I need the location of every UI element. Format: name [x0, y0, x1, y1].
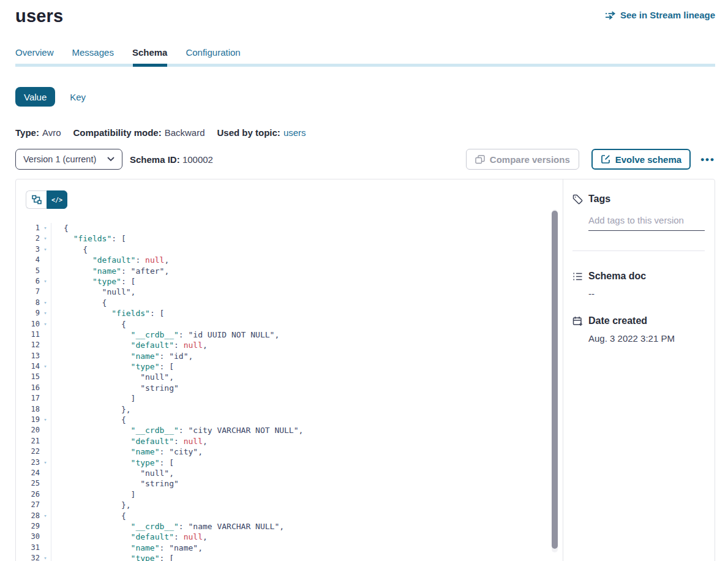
fold-arrow-icon[interactable]: ▾: [40, 511, 51, 521]
schema-id-label: Schema ID:: [130, 154, 180, 165]
fold-arrow-icon[interactable]: ▾: [40, 319, 51, 329]
schema-id: Schema ID: 100002: [130, 154, 213, 165]
list-icon: [572, 271, 583, 282]
code-text: {: [51, 415, 126, 425]
schema-doc-title: Schema doc: [588, 271, 646, 282]
fold-arrow-icon[interactable]: ▾: [40, 233, 51, 244]
code-line: 30"default": null,: [16, 532, 563, 542]
code-text: "default": null,: [51, 340, 208, 350]
tab-configuration[interactable]: Configuration: [186, 47, 240, 64]
line-number: 5: [19, 266, 40, 276]
line-number: 16: [19, 383, 40, 393]
code-lines: 1▾{2▾"fields": [3▾{4"default": null,5"na…: [16, 223, 563, 561]
add-tags-input[interactable]: [588, 215, 705, 231]
schema-panel: </> 1▾{2▾"fields": [3▾{4"default": null,…: [15, 179, 715, 561]
code-text: "type": [: [51, 276, 135, 287]
active-tab-indicator: [133, 64, 167, 67]
line-number: 29: [19, 521, 40, 532]
code-text: {: [51, 298, 107, 308]
code-text: "name": "id",: [51, 351, 193, 361]
code-text: "null",: [51, 468, 174, 478]
schema-sidebar: Tags Schema doc --: [563, 179, 715, 561]
line-number: 6: [19, 276, 40, 287]
line-number: 1: [19, 223, 40, 233]
tab-messages[interactable]: Messages: [72, 47, 114, 64]
code-text: "default": null,: [51, 255, 169, 265]
line-number: 19: [19, 415, 40, 425]
code-line: 14▾"type": [: [16, 361, 563, 372]
code-line: 11"__crdb__": "id UUID NOT NULL",: [16, 329, 563, 340]
code-line: 8▾{: [16, 298, 563, 308]
line-number: 17: [19, 393, 40, 404]
tags-section: Tags: [572, 194, 705, 231]
chevron-down-icon: [107, 157, 114, 162]
compatibility-value: Backward: [165, 127, 205, 138]
schema-page: users See in Stream lineage Overview Mes…: [0, 0, 728, 561]
line-number: 12: [19, 340, 40, 350]
line-number: 32: [19, 553, 40, 561]
date-created-title: Date created: [588, 315, 647, 326]
schema-doc-value: --: [588, 288, 705, 299]
line-number: 8: [19, 298, 40, 308]
line-number: 3: [19, 244, 40, 255]
fold-arrow-icon[interactable]: ▾: [40, 308, 51, 318]
fold-arrow-icon[interactable]: ▾: [40, 298, 51, 308]
stream-lineage-link[interactable]: See in Stream lineage: [605, 10, 715, 20]
editor-toolbar: </>: [16, 179, 563, 209]
fold-arrow-icon[interactable]: ▾: [40, 276, 51, 287]
code-line: 10▾{: [16, 319, 563, 329]
line-number: 28: [19, 511, 40, 521]
line-number: 22: [19, 446, 40, 457]
schema-id-value: 100002: [182, 154, 213, 165]
tab-track: [15, 64, 715, 67]
code-text: "default": null,: [51, 532, 208, 542]
code-text: "default": null,: [51, 436, 208, 446]
tab-overview[interactable]: Overview: [15, 47, 54, 64]
fold-arrow-icon[interactable]: ▾: [40, 223, 51, 233]
line-number: 27: [19, 500, 40, 510]
fold-arrow-icon[interactable]: ▾: [40, 553, 51, 561]
fold-arrow-icon[interactable]: ▾: [40, 415, 51, 425]
value-key-toggle: Value Key: [15, 87, 715, 107]
key-toggle-button[interactable]: Key: [70, 92, 86, 102]
tab-schema[interactable]: Schema: [132, 47, 168, 64]
code-line: 2▾"fields": [: [16, 233, 563, 244]
code-line: 3▾{: [16, 244, 563, 255]
stream-lineage-icon: [605, 11, 616, 20]
fold-arrow-icon[interactable]: ▾: [40, 457, 51, 468]
code-text: "type": [: [51, 361, 174, 372]
code-text: "fields": [: [51, 308, 164, 318]
code-line: 29"__crdb__": "name VARCHAR NULL",: [16, 521, 563, 532]
line-number: 10: [19, 319, 40, 329]
line-number: 7: [19, 287, 40, 297]
code-text: "__crdb__": "id UUID NOT NULL",: [51, 329, 279, 340]
code-line: 13"name": "id",: [16, 351, 563, 361]
code-view-icon: </>: [51, 197, 62, 203]
code-text: "null",: [51, 287, 135, 297]
version-select[interactable]: Version 1 (current): [15, 149, 122, 170]
evolve-schema-button[interactable]: Evolve schema: [591, 149, 691, 170]
code-line: 12"default": null,: [16, 340, 563, 350]
code-text: ]: [51, 489, 135, 500]
line-number: 26: [19, 489, 40, 500]
more-actions-button[interactable]: •••: [700, 154, 715, 165]
more-actions-icon: •••: [700, 154, 715, 165]
code-line: 24"null",: [16, 468, 563, 478]
editor-scrollbar-thumb[interactable]: [552, 211, 558, 549]
schema-json-editor: 1▾{2▾"fields": [3▾{4"default": null,5"na…: [16, 223, 563, 561]
fold-arrow-icon[interactable]: ▾: [40, 244, 51, 255]
code-view-button[interactable]: </>: [47, 190, 67, 209]
line-number: 21: [19, 436, 40, 446]
tree-view-button[interactable]: [26, 190, 47, 209]
fold-arrow-icon[interactable]: ▾: [40, 361, 51, 372]
page-header: users See in Stream lineage: [15, 0, 715, 26]
line-number: 23: [19, 457, 40, 468]
value-toggle-button[interactable]: Value: [15, 87, 55, 107]
compare-versions-button[interactable]: Compare versions: [466, 149, 579, 170]
topic-link[interactable]: users: [283, 127, 306, 138]
code-text: "__crdb__": "name VARCHAR NULL",: [51, 521, 284, 532]
code-text: ]: [51, 393, 135, 404]
used-by-topic-label: Used by topic:: [217, 127, 280, 138]
line-number: 31: [19, 543, 40, 553]
tab-bar: Overview Messages Schema Configuration: [15, 47, 715, 67]
